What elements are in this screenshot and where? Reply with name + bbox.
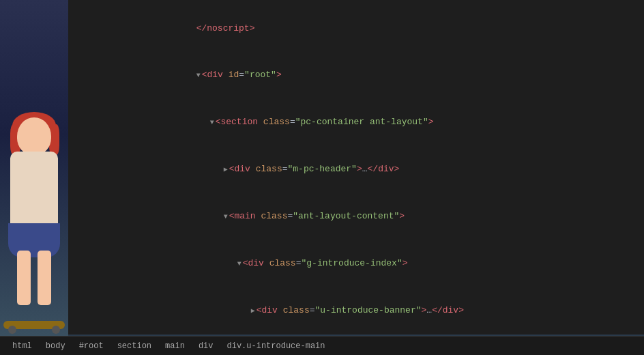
div-root-attr-val: "root" xyxy=(244,70,276,80)
main-tag: <main xyxy=(229,211,261,221)
breadcrumb-section[interactable]: section xyxy=(112,340,157,352)
char-wheel-left xyxy=(8,326,16,334)
breadcrumb-div[interactable]: div xyxy=(193,340,219,352)
banner-attr-class: class xyxy=(283,305,310,315)
breadcrumb-root[interactable]: #root xyxy=(74,340,109,352)
banner-ellipsis: … xyxy=(426,305,432,315)
line-main-content: <main class="ant-layout-content"> xyxy=(157,194,644,240)
line-introduce-main-content: <div class="u-introduce-main"> == $0 xyxy=(184,335,644,336)
code-line-noscript: </noscript> xyxy=(68,5,644,52)
section-attr-val: "pc-container ant-layout" xyxy=(295,117,428,127)
code-line-header[interactable]: <div class="m-pc-header">…</div> xyxy=(68,146,644,193)
code-line-g-introduce[interactable]: <div class="g-introduce-index"> xyxy=(68,240,644,287)
code-line-section[interactable]: <section class="pc-container ant-layout"… xyxy=(68,99,644,146)
char-legs xyxy=(17,251,51,305)
breadcrumb-html[interactable]: html xyxy=(7,340,38,352)
code-line-banner[interactable]: <div class="u-introduce-banner">…</div> xyxy=(68,287,644,335)
main-attr-class: class xyxy=(261,211,287,221)
left-panel xyxy=(0,0,68,336)
triangle-div-root[interactable] xyxy=(196,68,201,83)
character-figure xyxy=(7,117,61,309)
breadcrumb-body[interactable]: body xyxy=(40,340,71,352)
div-root-close: > xyxy=(276,70,282,80)
main-close: > xyxy=(399,211,405,221)
section-close: > xyxy=(428,117,434,127)
header-tag: <div xyxy=(229,164,256,174)
div-root-equals: = xyxy=(239,70,244,80)
breadcrumb-div-u-introduce-main[interactable]: div.u-introduce-main xyxy=(221,340,330,352)
character-background xyxy=(0,0,68,336)
banner-tag: <div xyxy=(257,305,283,315)
triangle-header[interactable] xyxy=(224,162,228,178)
line-noscript-content: </noscript> xyxy=(130,6,644,51)
line-section-content: <section class="pc-container ant-layout"… xyxy=(143,100,644,145)
banner-attr-val: "u-introduce-banner" xyxy=(315,305,422,315)
char-leg-left xyxy=(17,251,31,305)
g-introduce-close: > xyxy=(402,258,408,268)
div-root-tag: <div xyxy=(202,70,229,80)
char-body xyxy=(10,152,58,233)
breadcrumb-bar: html body #root section main div div.u-i… xyxy=(0,336,644,355)
triangle-main[interactable] xyxy=(224,210,228,225)
char-wheel-right xyxy=(52,326,60,334)
div-root-attr-id: id xyxy=(229,70,239,80)
triangle-g-introduce[interactable] xyxy=(237,257,241,272)
breadcrumb-main[interactable]: main xyxy=(160,340,190,352)
banner-end-tag: </div> xyxy=(432,305,464,315)
line-header-content: <div class="m-pc-header">…</div> xyxy=(157,147,644,193)
header-equals: = xyxy=(282,164,288,174)
line-g-introduce-content: <div class="g-introduce-index"> xyxy=(171,241,644,287)
g-introduce-tag: <div xyxy=(243,258,269,268)
section-equals: = xyxy=(290,117,295,127)
editor-area: </noscript> <div id="root"> <sec xyxy=(0,0,644,336)
header-ellipsis: … xyxy=(362,164,368,174)
header-end-tag: </div> xyxy=(368,164,400,174)
main-attr-val: "ant-layout-content" xyxy=(293,211,399,221)
line-div-root-content: <div id="root"> xyxy=(130,53,644,98)
section-attr-class: class xyxy=(263,117,290,127)
header-attr-val: "m-pc-header" xyxy=(288,164,357,174)
code-line-div-root[interactable]: <div id="root"> xyxy=(68,52,644,99)
char-head xyxy=(17,117,51,155)
header-attr-class: class xyxy=(256,164,282,174)
g-introduce-attr-class: class xyxy=(269,258,296,268)
section-tag: <section xyxy=(216,117,263,127)
char-leg-right xyxy=(38,251,51,305)
triangle-banner[interactable] xyxy=(251,304,255,319)
g-introduce-attr-val: "g-introduce-index" xyxy=(301,258,402,268)
code-line-main[interactable]: <main class="ant-layout-content"> xyxy=(68,193,644,240)
banner-equals: = xyxy=(310,305,315,315)
code-panel: </noscript> <div id="root"> <sec xyxy=(68,0,644,336)
code-line-introduce-main[interactable]: … <div class="u-introduce-main"> == $0 xyxy=(68,335,644,336)
header-close: > xyxy=(357,164,362,174)
line-banner-content: <div class="u-introduce-banner">…</div> xyxy=(184,288,644,334)
noscript-close-tag: </noscript> xyxy=(196,23,255,33)
triangle-section[interactable] xyxy=(210,115,214,130)
main-container: </noscript> <div id="root"> <sec xyxy=(0,0,644,355)
code-content: </noscript> <div id="root"> <sec xyxy=(68,0,644,336)
